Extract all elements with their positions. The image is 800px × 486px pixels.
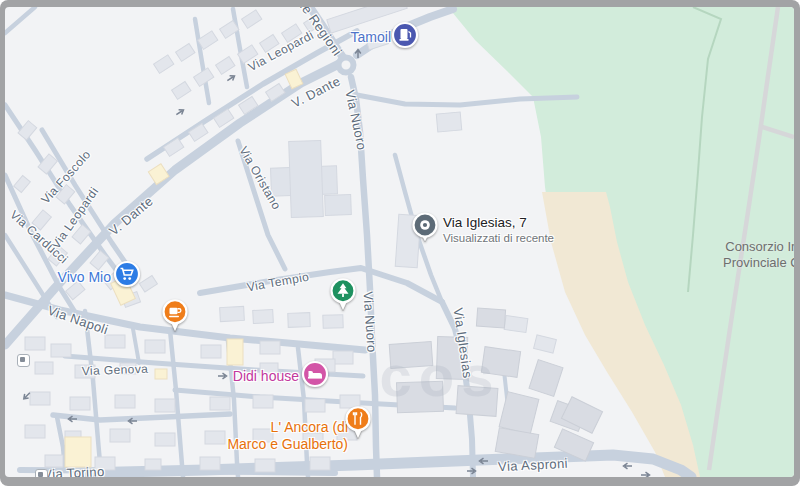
shopping-cart-icon xyxy=(112,259,142,289)
roundabout xyxy=(339,58,354,73)
recent-place-subtitle: Visualizzati di recente xyxy=(443,232,554,244)
park-marker[interactable] xyxy=(328,277,358,319)
poi-label-tamoil[interactable]: Tamoil xyxy=(351,29,391,45)
faded-area-watermark: cos xyxy=(380,342,501,409)
lodging-marker[interactable] xyxy=(300,359,330,393)
oneway-arrow xyxy=(640,465,652,477)
oneway-arrow xyxy=(126,413,138,431)
recent-place-title: Via Iglesias, 7 xyxy=(443,215,554,230)
shopping-marker[interactable] xyxy=(112,259,142,293)
transit-stop-icon[interactable] xyxy=(17,354,30,367)
fuel-pump-icon xyxy=(390,20,420,50)
fork-knife-icon xyxy=(343,405,373,443)
transit-stop-icon[interactable] xyxy=(35,469,48,477)
window-frame: cos le Regioni Via Leopardi V. Dante Via… xyxy=(0,0,800,486)
recent-place-label[interactable]: Via Iglesias, 7 Visualizzati di recente xyxy=(443,215,554,244)
street-label-via-genova: Via Genova xyxy=(82,362,149,378)
recent-place-marker[interactable] xyxy=(410,211,440,249)
oneway-arrow xyxy=(477,453,489,471)
poi-label-vivo-mio[interactable]: Vivo Mio xyxy=(58,269,111,285)
oneway-arrow xyxy=(66,411,78,429)
recent-place-icon xyxy=(410,211,440,245)
poi-label-didi-house[interactable]: Didi house xyxy=(233,368,299,384)
fuel-station-marker[interactable] xyxy=(390,20,420,54)
area-label-line2: Provinciale Ca xyxy=(700,255,794,271)
street-label-via-torino: Via Torino xyxy=(43,464,105,477)
area-label-line1: Consorzio Inc xyxy=(700,239,794,255)
poi-label-ancora-line2: Marco e Gualberto) xyxy=(227,436,348,453)
poi-label-ancora[interactable]: L' Ancora (di Marco e Gualberto) xyxy=(227,419,348,453)
oneway-arrow xyxy=(621,458,633,476)
bed-icon xyxy=(300,359,330,389)
coffee-cup-icon xyxy=(160,298,190,336)
restaurant-marker[interactable] xyxy=(343,405,373,447)
cafe-marker[interactable] xyxy=(160,298,190,340)
area-label-consorzio[interactable]: Consorzio Inc Provinciale Ca xyxy=(700,239,794,271)
poi-label-ancora-line1: L' Ancora (di xyxy=(227,419,348,436)
tree-icon xyxy=(328,277,358,315)
map-canvas[interactable]: cos le Regioni Via Leopardi V. Dante Via… xyxy=(5,7,794,477)
oneway-arrow xyxy=(217,366,229,384)
oneway-arrow xyxy=(348,47,366,59)
oneway-arrow xyxy=(466,461,478,477)
